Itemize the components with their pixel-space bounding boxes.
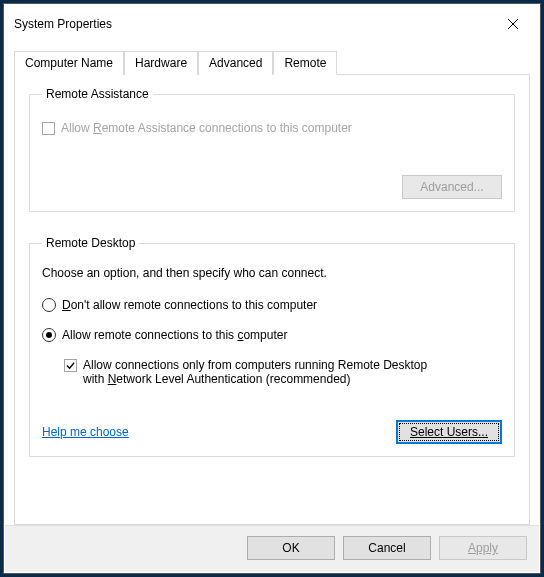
nla-checkbox[interactable] [64, 359, 77, 372]
remote-assistance-group: Remote Assistance Allow Remote Assistanc… [29, 87, 515, 212]
remote-assistance-button-row: Advanced... [42, 175, 502, 199]
tab-hardware[interactable]: Hardware [124, 51, 198, 75]
dont-allow-label: Don't allow remote connections to this c… [62, 298, 317, 312]
content-area: Computer Name Hardware Advanced Remote R… [4, 44, 540, 525]
tab-advanced[interactable]: Advanced [198, 51, 273, 75]
nla-label: Allow connections only from computers ru… [83, 358, 427, 386]
allow-row: Allow remote connections to this compute… [42, 328, 502, 342]
help-me-choose-link[interactable]: Help me choose [42, 425, 129, 439]
remote-assistance-advanced-button: Advanced... [402, 175, 502, 199]
window-title: System Properties [14, 17, 112, 31]
close-icon [507, 18, 519, 30]
tab-computer-name[interactable]: Computer Name [14, 51, 124, 75]
nla-row: Allow connections only from computers ru… [64, 358, 502, 386]
tab-strip: Computer Name Hardware Advanced Remote [14, 50, 530, 74]
remote-desktop-legend: Remote Desktop [42, 236, 139, 250]
apply-button: Apply [439, 536, 527, 560]
close-button[interactable] [496, 12, 530, 36]
system-properties-window: System Properties Computer Name Hardware… [3, 3, 541, 574]
allow-radio[interactable] [42, 328, 56, 342]
tab-remote[interactable]: Remote [273, 51, 337, 75]
dialog-button-row: OK Cancel Apply [5, 525, 539, 572]
allow-remote-assistance-label: Allow Remote Assistance connections to t… [61, 121, 352, 135]
dont-allow-row: Don't allow remote connections to this c… [42, 298, 502, 312]
allow-label: Allow remote connections to this compute… [62, 328, 287, 342]
ok-button[interactable]: OK [247, 536, 335, 560]
dont-allow-radio[interactable] [42, 298, 56, 312]
cancel-button[interactable]: Cancel [343, 536, 431, 560]
remote-desktop-bottom-row: Help me choose Select Users... [42, 420, 502, 444]
remote-assistance-legend: Remote Assistance [42, 87, 153, 101]
titlebar: System Properties [4, 4, 540, 44]
select-users-button[interactable]: Select Users... [396, 420, 502, 444]
allow-remote-assistance-checkbox[interactable] [42, 122, 55, 135]
remote-desktop-group: Remote Desktop Choose an option, and the… [29, 236, 515, 457]
tab-panel-remote: Remote Assistance Allow Remote Assistanc… [14, 74, 530, 525]
remote-desktop-prompt: Choose an option, and then specify who c… [42, 266, 502, 280]
allow-remote-assistance-row: Allow Remote Assistance connections to t… [42, 121, 502, 135]
